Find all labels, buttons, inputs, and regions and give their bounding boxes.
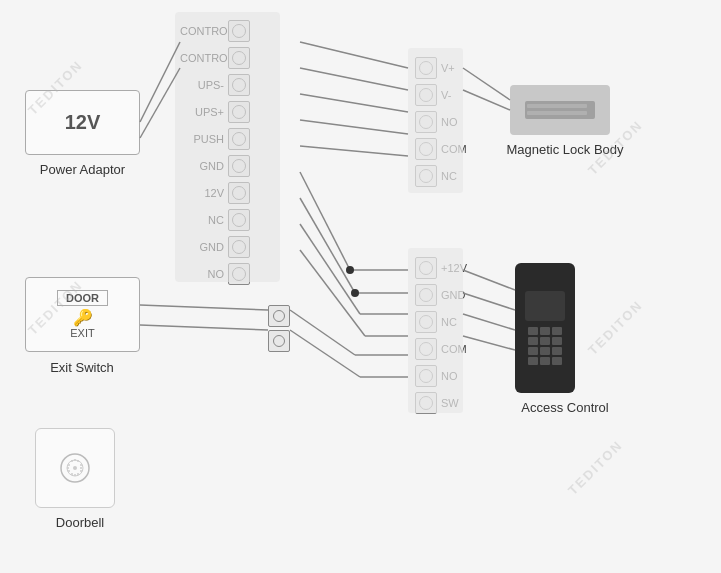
main-terminal-row-3: UPS+ (180, 99, 275, 125)
terminal-rb-row-5: SW (415, 390, 505, 416)
main-terminal-row-9: NO (180, 261, 275, 287)
terminal-label-3: UPS+ (180, 106, 228, 118)
terminal-rb-label-2: NC (437, 316, 457, 328)
terminal-rt-connector-0 (415, 57, 437, 79)
svg-point-2 (73, 466, 77, 470)
terminal-connector-7 (228, 209, 250, 231)
terminal-rt-label-4: NC (437, 170, 457, 182)
svg-point-10 (77, 473, 79, 475)
main-terminal-row-5: GND (180, 153, 275, 179)
terminal-rb-label-5: SW (437, 397, 459, 409)
svg-line-34 (140, 68, 180, 138)
terminal-label-5: GND (180, 160, 228, 172)
terminal-label-1: CONTROL (180, 52, 228, 64)
terminal-label-2: UPS- (180, 79, 228, 91)
terminal-rb-connector-2 (415, 311, 437, 333)
terminal-rt-connector-1 (415, 84, 437, 106)
power-adaptor-caption: Power Adaptor (35, 162, 130, 177)
ac-card-reader (525, 291, 565, 321)
ac-keypad (528, 327, 562, 365)
access-control-device (515, 263, 575, 393)
terminal-connector-3 (228, 101, 250, 123)
magnetic-lock-body (510, 85, 610, 135)
svg-line-19 (300, 68, 408, 90)
terminal-connector-9 (228, 263, 250, 285)
terminal-rt-row-4: NC (415, 163, 505, 189)
exit-switch-caption: Exit Switch (42, 360, 122, 375)
terminal-rt-row-0: V+ (415, 55, 505, 81)
terminal-rb-row-1: GND (415, 282, 505, 308)
terminal-connector-6 (228, 182, 250, 204)
terminal-label-8: GND (180, 241, 228, 253)
power-adaptor-voltage: 12V (65, 111, 101, 134)
terminal-rt-connector-4 (415, 165, 437, 187)
terminal-rb-connector-4 (415, 365, 437, 387)
svg-point-6 (77, 460, 79, 462)
terminal-connector-4 (228, 128, 250, 150)
svg-line-33 (140, 42, 180, 122)
terminal-connector-8 (228, 236, 250, 258)
doorbell-box (35, 428, 115, 508)
terminal-rb-connector-1 (415, 284, 437, 306)
terminal-rt-row-2: NO (415, 109, 505, 135)
svg-point-14 (67, 467, 69, 469)
svg-line-39 (290, 330, 360, 377)
main-terminal-row-6: 12V (180, 180, 275, 206)
main-terminal-row-8: GND (180, 234, 275, 260)
main-terminal-row-7: NC (180, 207, 275, 233)
terminal-right-top: V+ V- NO COM NC (415, 55, 505, 190)
svg-line-23 (300, 172, 350, 270)
access-control-caption: Access Control (500, 400, 630, 415)
svg-line-18 (300, 42, 408, 68)
terminal-label-7: NC (180, 214, 228, 226)
terminal-rt-row-3: COM (415, 136, 505, 162)
terminal-rb-label-3: COM (437, 343, 467, 355)
svg-point-13 (68, 470, 70, 472)
svg-line-25 (300, 198, 355, 293)
svg-line-29 (300, 250, 365, 336)
svg-line-20 (300, 94, 408, 112)
svg-line-21 (300, 120, 408, 134)
svg-point-31 (346, 266, 354, 274)
doorbell-caption: Doorbell (50, 515, 110, 530)
power-adaptor-box: 12V (25, 90, 140, 155)
terminal-connector-1 (228, 47, 250, 69)
exit-switch-box: DOOR 🔑 EXIT (25, 277, 140, 352)
terminal-rb-row-2: NC (415, 309, 505, 335)
watermark-3: TEDITON (565, 437, 626, 498)
svg-line-37 (290, 310, 355, 355)
terminal-rb-connector-0 (415, 257, 437, 279)
terminal-rb-label-1: GND (437, 289, 465, 301)
terminal-rb-label-4: NO (437, 370, 458, 382)
terminal-rb-connector-5 (415, 392, 437, 414)
svg-point-3 (68, 464, 70, 466)
svg-line-22 (300, 146, 408, 156)
exit-switch-door: DOOR (57, 290, 108, 306)
watermark-2: TEDITON (585, 297, 646, 358)
terminal-rt-connector-2 (415, 111, 437, 133)
terminal-rt-label-3: COM (437, 143, 467, 155)
small-terminal-1 (268, 305, 290, 352)
exit-switch-exit: EXIT (70, 327, 94, 339)
terminal-label-4: PUSH (180, 133, 228, 145)
terminal-label-9: NO (180, 268, 228, 280)
svg-line-27 (300, 224, 360, 314)
svg-line-36 (140, 325, 268, 330)
terminal-connector-0 (228, 20, 250, 42)
terminal-rb-row-0: +12V (415, 255, 505, 281)
svg-point-8 (80, 467, 82, 469)
main-terminal-row-2: UPS- (180, 72, 275, 98)
terminal-rb-label-0: +12V (437, 262, 467, 274)
svg-point-12 (71, 473, 73, 475)
terminal-rb-row-3: COM (415, 336, 505, 362)
terminal-rt-label-2: NO (437, 116, 458, 128)
doorbell-icon (55, 448, 95, 488)
svg-point-5 (74, 459, 76, 461)
main-terminal-row-1: CONTROL (180, 45, 275, 71)
terminal-connector-5 (228, 155, 250, 177)
svg-point-4 (71, 460, 73, 462)
terminal-rt-label-1: V- (437, 89, 451, 101)
main-terminal-block: CONTROL CONTROL UPS- UPS+ PUSH GND 12V N… (180, 18, 275, 288)
terminal-label-0: CONTROL (180, 25, 228, 37)
svg-point-11 (74, 474, 76, 476)
